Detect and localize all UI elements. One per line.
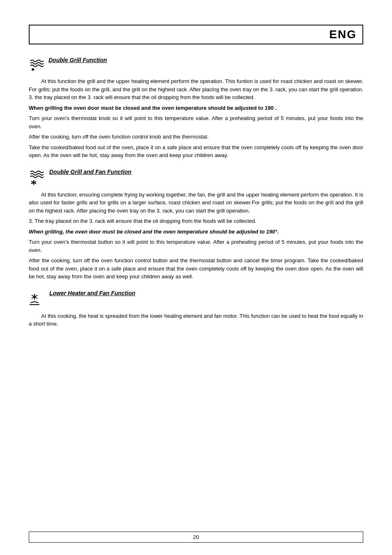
section-body-lower-heater: At this cooking, the heat is spreaded fr… [29, 312, 363, 328]
section-title-lower-heater: Lower Heater and Fan Function [49, 290, 135, 296]
svg-point-8 [34, 296, 36, 298]
section-title-double-grill: Double Grill Function [48, 57, 107, 63]
dgf-para-3: When grilling, the oven door must be clo… [29, 228, 363, 236]
section-header-double-grill: Double Grill Function [29, 57, 363, 74]
section-lower-heater-fan: Lower Heater and Fan Function At this co… [29, 290, 363, 328]
section-body-double-grill-fan: At this function; ensuring complete fryi… [29, 191, 363, 281]
section-double-grill-fan: Double Grill and Fan Function At this fu… [29, 169, 363, 281]
double-grill-fan-icon [29, 169, 45, 187]
double-grill-icon [29, 58, 44, 74]
dgf-para-4: Turn your oven's thermostat button so it… [29, 238, 363, 254]
section-double-grill: Double Grill Function At this function t… [29, 57, 363, 160]
double-grill-para-3: Turn your oven's thermostat knob so it w… [29, 114, 363, 130]
section-body-double-grill: At this function the grill and the upper… [29, 77, 363, 160]
page-container: ENG Double Grill Function At this functi… [0, 0, 392, 555]
svg-point-4 [33, 182, 35, 183]
eng-header: ENG [29, 25, 363, 44]
section-header-lower-heater: Lower Heater and Fan Function [29, 290, 363, 309]
section-title-double-grill-fan: Double Grill and Fan Function [49, 169, 131, 175]
svg-point-0 [32, 68, 34, 71]
double-grill-para-2: When grilling the oven door must be clos… [29, 104, 363, 112]
dgf-para-5: After the cooking, turn off the oven fun… [29, 257, 363, 281]
language-label: ENG [329, 28, 357, 41]
section-header-double-grill-fan: Double Grill and Fan Function [29, 169, 363, 187]
page-footer: 20 [29, 532, 363, 543]
double-grill-para-5: Take the cooked/baked food out of the ov… [29, 143, 363, 160]
dgf-para-1: At this function; ensuring complete fryi… [29, 191, 363, 215]
lower-heater-fan-icon [29, 291, 45, 309]
double-grill-para-1: At this function the grill and the upper… [29, 77, 363, 102]
dgf-para-2: 3. The tray placed on the 3. rack will e… [29, 217, 363, 225]
double-grill-para-4: After the cooking, turn off the oven fun… [29, 133, 363, 141]
lhf-para-1: At this cooking, the heat is spreaded fr… [29, 312, 363, 328]
page-number: 20 [193, 534, 199, 540]
